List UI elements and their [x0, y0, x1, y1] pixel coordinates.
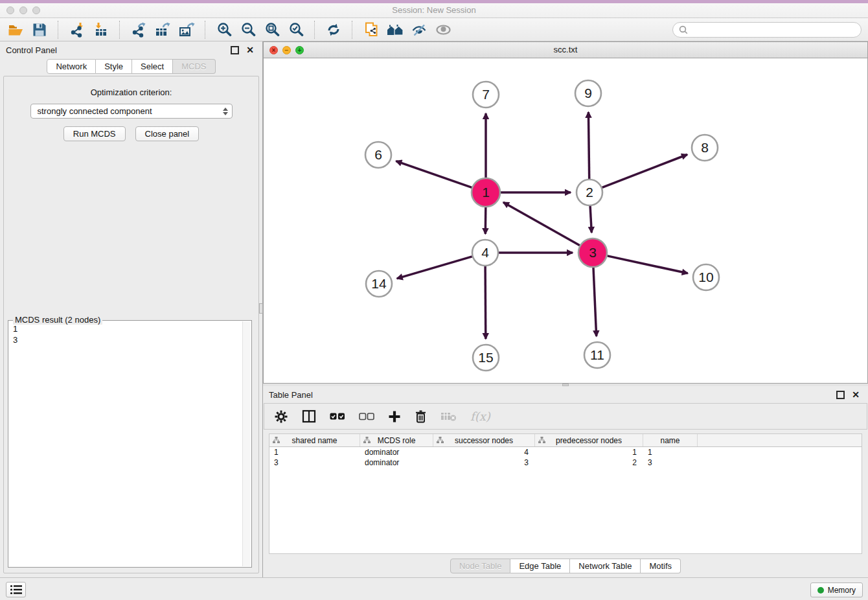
tab-node-table[interactable]: Node Table	[450, 559, 511, 573]
save-icon	[32, 23, 47, 37]
graph-node-label: 3	[589, 245, 597, 260]
graph-node[interactable]: 11	[584, 342, 610, 368]
tab-network[interactable]: Network	[47, 59, 96, 74]
hide-selected-button[interactable]	[410, 21, 428, 39]
search-field[interactable]	[672, 22, 862, 38]
graph-edge[interactable]	[593, 268, 597, 336]
table-cell[interactable]: 3	[643, 457, 698, 468]
open-session-button[interactable]	[6, 21, 25, 39]
table-cell[interactable]: 3	[433, 457, 535, 468]
tab-mcds[interactable]: MCDS	[173, 59, 215, 74]
function-builder-button[interactable]: f(x)	[470, 410, 490, 423]
column-header-label: name	[660, 436, 680, 445]
delete-column-button[interactable]	[415, 410, 427, 423]
graph-edge[interactable]	[485, 266, 486, 339]
select-all-rows-button[interactable]	[330, 413, 345, 421]
graph-edge[interactable]	[602, 155, 687, 188]
table-settings-button[interactable]	[274, 410, 288, 424]
graph-node[interactable]: 8	[692, 135, 718, 161]
task-history-button[interactable]	[6, 582, 26, 597]
control-panel-tabs: Network Style Select MCDS	[0, 59, 262, 74]
network-window-titlebar[interactable]: × − + scc.txt	[263, 41, 868, 58]
graph-node[interactable]: 9	[575, 80, 601, 106]
table-cell[interactable]: 3	[269, 457, 360, 468]
network-graph[interactable]: 1234678910111415	[264, 58, 867, 383]
zoom-fit-button[interactable]	[263, 21, 281, 39]
show-columns-button[interactable]	[302, 410, 316, 423]
show-all-button[interactable]	[434, 21, 452, 39]
table-cell[interactable]: 1	[643, 447, 698, 457]
graph-edge[interactable]	[608, 256, 688, 273]
tab-network-table[interactable]: Network Table	[570, 559, 641, 573]
graph-edge[interactable]	[485, 207, 486, 234]
network-canvas[interactable]: 1234678910111415	[263, 58, 868, 384]
graph-edge[interactable]	[503, 202, 580, 246]
graph-edge[interactable]	[590, 206, 591, 233]
deselect-all-rows-button[interactable]	[359, 413, 374, 421]
table-row[interactable]: 3dominator323	[269, 457, 862, 468]
horizontal-splitter[interactable]	[263, 384, 868, 386]
import-table-button[interactable]	[92, 21, 110, 39]
home-view-button[interactable]	[386, 21, 404, 39]
table-cell[interactable]: 4	[433, 447, 535, 457]
graph-node[interactable]: 6	[365, 142, 391, 168]
refresh-layout-button[interactable]	[325, 21, 343, 39]
result-scrollbar[interactable]	[242, 321, 251, 566]
graph-edge[interactable]	[588, 112, 589, 179]
columns-icon	[302, 410, 316, 423]
float-panel-icon[interactable]	[231, 46, 239, 54]
panel-splitter-grip[interactable]	[259, 303, 263, 314]
column-header[interactable]: shared name	[269, 434, 360, 446]
export-table-button[interactable]	[154, 21, 172, 39]
copy-network-button[interactable]	[362, 21, 380, 39]
zoom-in-button[interactable]	[215, 21, 233, 39]
close-panel-icon[interactable]: ✕	[246, 45, 254, 54]
export-network-button[interactable]	[130, 21, 148, 39]
save-session-button[interactable]	[30, 21, 49, 39]
graph-node[interactable]: 1	[472, 178, 500, 207]
criterion-select[interactable]: strongly connected component	[30, 104, 233, 119]
table-toolbar: f(x)	[264, 403, 867, 430]
graph-edge[interactable]	[396, 161, 472, 188]
delete-table-button[interactable]	[440, 411, 457, 422]
table-row[interactable]: 1dominator411	[269, 447, 862, 457]
close-panel-button[interactable]: Close panel	[135, 126, 200, 141]
table-cell[interactable]: 1	[269, 447, 360, 457]
graph-node[interactable]: 4	[472, 240, 498, 266]
graph-node[interactable]: 7	[473, 82, 499, 108]
splitter-grip[interactable]	[562, 384, 569, 386]
close-network-button[interactable]: ×	[269, 46, 278, 54]
close-table-panel-icon[interactable]: ✕	[852, 390, 860, 399]
zoom-selected-button[interactable]	[287, 21, 305, 39]
table-cell[interactable]: 2	[535, 457, 643, 468]
graph-node[interactable]: 3	[578, 238, 607, 267]
column-header[interactable]: successor nodes	[433, 434, 535, 446]
run-mcds-button[interactable]: Run MCDS	[63, 126, 126, 141]
graph-node[interactable]: 2	[577, 179, 602, 205]
graph-node[interactable]: 10	[693, 264, 719, 290]
graph-node[interactable]: 15	[473, 345, 499, 371]
float-table-panel-icon[interactable]	[836, 391, 845, 399]
checked-boxes-icon	[330, 413, 345, 421]
search-input[interactable]	[692, 24, 855, 35]
column-header[interactable]: name	[643, 434, 698, 446]
export-image-button[interactable]	[177, 21, 196, 39]
graph-node[interactable]: 14	[366, 271, 392, 297]
zoom-out-button[interactable]	[239, 21, 257, 39]
tab-select[interactable]: Select	[132, 59, 173, 74]
import-network-button[interactable]	[68, 21, 86, 39]
table-cell[interactable]: dominator	[360, 447, 433, 457]
node-table[interactable]: shared nameMCDS rolesuccessor nodesprede…	[269, 433, 862, 554]
tab-motifs[interactable]: Motifs	[641, 559, 681, 573]
tab-style[interactable]: Style	[96, 59, 132, 74]
minimize-network-button[interactable]: −	[282, 46, 291, 54]
zoom-network-button[interactable]: +	[295, 46, 304, 54]
table-cell[interactable]: 1	[535, 447, 643, 457]
column-header[interactable]: predecessor nodes	[535, 434, 643, 446]
column-header[interactable]: MCDS role	[360, 434, 433, 446]
create-column-button[interactable]	[388, 410, 401, 423]
table-cell[interactable]: dominator	[360, 457, 433, 468]
tab-edge-table[interactable]: Edge Table	[510, 559, 570, 573]
memory-button[interactable]: Memory	[810, 583, 863, 597]
graph-edge[interactable]	[397, 257, 472, 279]
